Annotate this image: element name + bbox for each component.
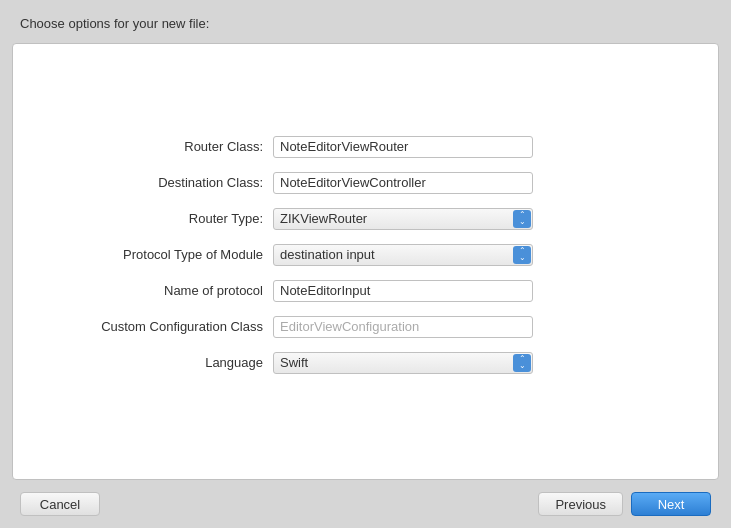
previous-button[interactable]: Previous — [538, 492, 623, 516]
label-destination-class: Destination Class: — [53, 175, 273, 190]
form-row-router-class: Router Class: — [53, 136, 678, 158]
cancel-button[interactable]: Cancel — [20, 492, 100, 516]
input-config-class[interactable] — [273, 316, 533, 338]
label-protocol-name: Name of protocol — [53, 283, 273, 298]
select-wrapper-language: Swift Objective-C — [273, 352, 533, 374]
label-language: Language — [53, 355, 273, 370]
next-button[interactable]: Next — [631, 492, 711, 516]
header-text: Choose options for your new file: — [20, 16, 209, 31]
label-config-class: Custom Configuration Class — [53, 319, 273, 334]
label-router-type: Router Type: — [53, 211, 273, 226]
dialog-content: Router Class: Destination Class: Router … — [12, 43, 719, 480]
form-row-router-type: Router Type: ZIKViewRouter — [53, 208, 678, 230]
select-protocol-type[interactable]: destination input — [273, 244, 533, 266]
form-container: Router Class: Destination Class: Router … — [13, 116, 718, 408]
select-router-type[interactable]: ZIKViewRouter — [273, 208, 533, 230]
select-wrapper-protocol-type: destination input — [273, 244, 533, 266]
select-language[interactable]: Swift Objective-C — [273, 352, 533, 374]
form-row-destination-class: Destination Class: — [53, 172, 678, 194]
select-wrapper-router-type: ZIKViewRouter — [273, 208, 533, 230]
form-row-config-class: Custom Configuration Class — [53, 316, 678, 338]
label-protocol-type: Protocol Type of Module — [53, 247, 273, 262]
footer-right: Previous Next — [538, 492, 711, 516]
form-row-language: Language Swift Objective-C — [53, 352, 678, 374]
dialog-footer: Cancel Previous Next — [0, 480, 731, 528]
input-router-class[interactable] — [273, 136, 533, 158]
input-destination-class[interactable] — [273, 172, 533, 194]
form-row-protocol-name: Name of protocol — [53, 280, 678, 302]
label-router-class: Router Class: — [53, 139, 273, 154]
form-row-protocol-type: Protocol Type of Module destination inpu… — [53, 244, 678, 266]
input-protocol-name[interactable] — [273, 280, 533, 302]
dialog-header: Choose options for your new file: — [0, 0, 731, 43]
